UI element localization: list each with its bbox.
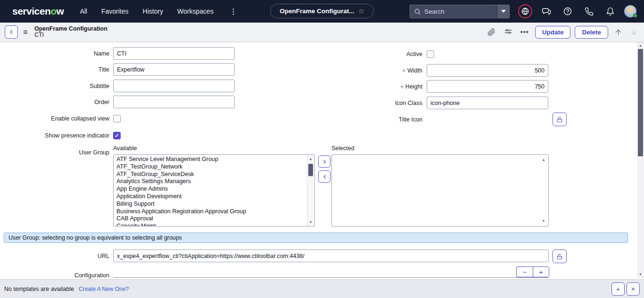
mandatory-icon: ✳ bbox=[402, 68, 406, 73]
name-input[interactable] bbox=[113, 47, 235, 60]
help-icon[interactable] bbox=[561, 4, 575, 18]
show-presence-indicator-label: Show presence indicator bbox=[0, 132, 109, 139]
list-item[interactable]: ATF_TestGroup_Network bbox=[114, 163, 314, 171]
active-checkbox[interactable] bbox=[427, 50, 434, 58]
nav-history[interactable]: History bbox=[143, 8, 164, 15]
record-name: CTI bbox=[34, 32, 107, 38]
current-record-pill[interactable]: OpenFrame Configurat... ☆ bbox=[270, 4, 374, 18]
nav-all[interactable]: All bbox=[80, 8, 87, 15]
active-label: Active bbox=[349, 51, 422, 57]
lock-icon bbox=[556, 116, 563, 123]
utility-icons bbox=[518, 4, 636, 18]
form-header: ≡ OpenFrame Configuration CTI ••• Update… bbox=[0, 23, 644, 41]
url-lock-button[interactable] bbox=[553, 250, 567, 263]
favorite-star-icon[interactable]: ☆ bbox=[358, 8, 364, 15]
form-context-menu-icon[interactable]: ≡ bbox=[23, 28, 28, 36]
icon-class-input[interactable] bbox=[427, 97, 548, 109]
delete-button[interactable]: Delete bbox=[575, 26, 608, 39]
close-templates-bar-button[interactable]: × bbox=[627, 282, 640, 296]
create-new-template-link[interactable]: Create A New One? bbox=[79, 286, 129, 292]
width-input[interactable] bbox=[427, 64, 548, 77]
available-items: ATF Service Level Management GroupATF_Te… bbox=[114, 155, 314, 226]
chevron-left-icon bbox=[8, 29, 15, 35]
chat-icon[interactable] bbox=[539, 4, 553, 18]
configuration-resize-buttons: − + bbox=[516, 266, 549, 277]
list-item[interactable]: Billing Support bbox=[114, 201, 314, 208]
scroll-thumb[interactable] bbox=[308, 164, 313, 176]
back-button[interactable] bbox=[5, 25, 18, 39]
scroll-thumb[interactable] bbox=[638, 49, 643, 156]
name-label: Name bbox=[0, 50, 109, 57]
avatar[interactable] bbox=[624, 5, 636, 17]
order-label: Order bbox=[0, 99, 109, 105]
servicenow-logo[interactable]: servicenow bbox=[12, 6, 64, 17]
chevron-left-icon bbox=[322, 174, 328, 180]
info-message-bar: User Group: selecting no group is equiva… bbox=[4, 233, 628, 243]
subtitle-input[interactable] bbox=[113, 80, 235, 92]
pill-label: OpenFrame Configurat... bbox=[280, 8, 354, 15]
title-input[interactable] bbox=[113, 63, 235, 76]
title-icon-lock-button[interactable] bbox=[553, 113, 567, 126]
list-item[interactable]: ATF_TestGroup_ServiceDesk bbox=[114, 171, 314, 178]
top-nav: servicenow All Favorites History Workspa… bbox=[0, 0, 644, 23]
increase-rows-button[interactable]: + bbox=[533, 266, 549, 277]
scroll-up-icon[interactable]: ▲ bbox=[542, 158, 545, 162]
nav-workspaces[interactable]: Workspaces bbox=[177, 8, 214, 15]
selected-items bbox=[332, 155, 548, 156]
list-item[interactable]: Analytics Settings Managers bbox=[114, 178, 314, 185]
main-menu: All Favorites History Workspaces ⋮ bbox=[80, 7, 239, 16]
scroll-down-icon[interactable]: ▼ bbox=[542, 219, 545, 223]
globe-alert-icon[interactable] bbox=[518, 4, 532, 18]
search-icon bbox=[414, 8, 421, 15]
previous-record-arrow-up-icon[interactable] bbox=[612, 26, 624, 38]
no-templates-message: No templates are available bbox=[4, 286, 74, 292]
enable-collapsed-view-checkbox[interactable] bbox=[113, 115, 121, 122]
remove-from-selected-button[interactable] bbox=[318, 170, 330, 183]
search-input[interactable] bbox=[424, 8, 486, 15]
search-scope-dropdown[interactable] bbox=[497, 5, 510, 18]
presence-status-dot bbox=[633, 14, 637, 18]
list-item[interactable]: Business Application Registration Approv… bbox=[114, 208, 314, 216]
list-item[interactable]: Capacity Mgmt bbox=[114, 223, 314, 226]
url-input[interactable] bbox=[113, 250, 549, 262]
page-scrollbar[interactable]: ▲ ▼ bbox=[637, 41, 644, 278]
configuration-label: Configuration bbox=[0, 272, 109, 279]
logo-accent-o: o bbox=[50, 6, 56, 16]
list-item[interactable]: App Engine Admins bbox=[114, 185, 314, 193]
list-item[interactable]: CAB Approval bbox=[114, 215, 314, 223]
available-scrollbar[interactable]: ▲ ▼ bbox=[307, 155, 314, 226]
decrease-rows-button[interactable]: − bbox=[516, 266, 533, 277]
enable-collapsed-view-label: Enable collapsed view bbox=[0, 115, 109, 122]
add-template-button[interactable]: + bbox=[611, 282, 625, 296]
record-type: OpenFrame Configuration bbox=[34, 26, 107, 32]
title-label: Title bbox=[0, 66, 109, 73]
next-record-arrow-down-icon[interactable] bbox=[628, 26, 639, 38]
notifications-bell-icon[interactable] bbox=[603, 4, 617, 18]
scroll-up-icon[interactable]: ▲ bbox=[637, 44, 644, 47]
more-options-icon[interactable]: ••• bbox=[519, 26, 531, 38]
available-label: Available bbox=[113, 145, 137, 152]
personalize-form-sliders-icon[interactable] bbox=[502, 26, 514, 38]
scroll-down-icon[interactable]: ▼ bbox=[637, 273, 644, 276]
search-box[interactable] bbox=[410, 5, 497, 18]
scroll-down-icon[interactable]: ▼ bbox=[307, 220, 314, 224]
add-to-selected-button[interactable] bbox=[318, 155, 330, 168]
width-label: ✳Width bbox=[349, 67, 422, 74]
logo-text: servicen bbox=[12, 6, 50, 16]
height-input[interactable] bbox=[427, 80, 548, 93]
list-item[interactable]: Application Development bbox=[114, 193, 314, 201]
height-label: ✳Height bbox=[349, 83, 422, 90]
list-item[interactable]: ATF Service Level Management Group bbox=[114, 156, 314, 163]
nav-favorites[interactable]: Favorites bbox=[101, 8, 129, 15]
phone-icon[interactable] bbox=[582, 4, 596, 18]
scroll-up-icon[interactable]: ▲ bbox=[307, 157, 314, 161]
attachment-paperclip-icon[interactable] bbox=[486, 26, 498, 38]
available-listbox[interactable]: ATF Service Level Management GroupATF_Te… bbox=[113, 154, 315, 226]
selected-listbox[interactable]: ▲ ▼ bbox=[331, 154, 549, 226]
more-menus-icon[interactable]: ⋮ bbox=[228, 7, 239, 16]
show-presence-indicator-checkbox[interactable] bbox=[113, 132, 121, 139]
order-input[interactable] bbox=[113, 96, 235, 108]
mandatory-icon: ✳ bbox=[400, 84, 404, 89]
chevron-down-icon bbox=[501, 10, 506, 13]
update-button[interactable]: Update bbox=[535, 26, 571, 39]
